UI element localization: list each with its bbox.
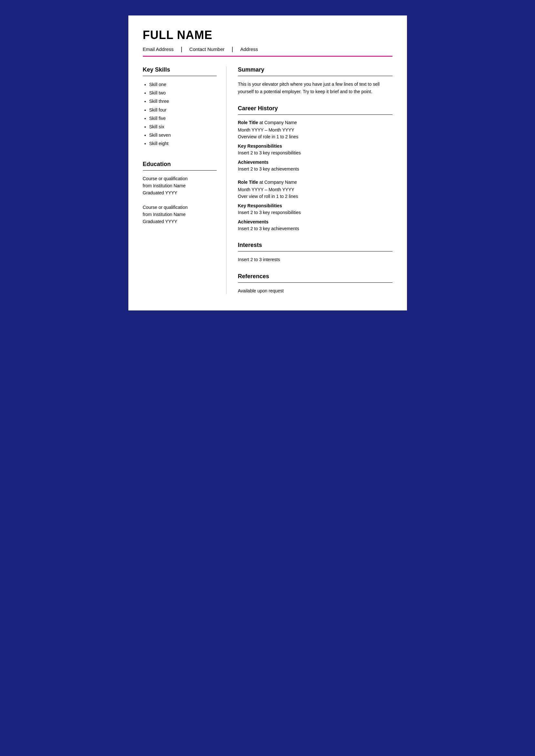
references-section: References Available upon request <box>238 273 392 294</box>
education-section: Education Course or qualification from I… <box>143 161 217 225</box>
body-section: Key Skills Skill one Skill two Skill thr… <box>143 67 392 294</box>
job-date-1: Month YYYY – Month YYYY <box>238 127 392 133</box>
job-achievements-heading-1: Achievements <box>238 160 392 165</box>
skills-heading: Key Skills <box>143 67 217 73</box>
interests-divider <box>238 251 392 252</box>
skill-item-2: Skill two <box>149 89 217 97</box>
left-column: Key Skills Skill one Skill two Skill thr… <box>143 67 227 294</box>
career-section: Career History Role Title at Company Nam… <box>238 105 392 232</box>
education-divider <box>143 170 217 171</box>
edu-line1-2: Course or qualification <box>143 205 188 210</box>
job-company-2: at Company Name <box>258 179 297 185</box>
job-achievements-text-1: Insert 2 to 3 key achievements <box>238 166 392 173</box>
edu-line3-1: Graduated YYYY <box>143 190 177 195</box>
job-title-1: Role Title <box>238 120 258 125</box>
skills-list: Skill one Skill two Skill three Skill fo… <box>143 81 217 148</box>
summary-heading: Summary <box>238 67 392 73</box>
job-title-line-2: Role Title at Company Name <box>238 179 392 186</box>
skill-item-5: Skill five <box>149 115 217 122</box>
job-date-2: Month YYYY – Month YYYY <box>238 186 392 193</box>
edu-entry-1: Course or qualification from Institution… <box>143 175 217 197</box>
edu-line1-1: Course or qualification <box>143 176 188 181</box>
job-entry-2: Role Title at Company Name Month YYYY – … <box>238 179 392 232</box>
skill-item-3: Skill three <box>149 97 217 105</box>
skills-divider <box>143 76 217 76</box>
career-divider <box>238 115 392 115</box>
references-heading: References <box>238 273 392 280</box>
edu-entry-2: Course or qualification from Institution… <box>143 204 217 225</box>
references-text: Available upon request <box>238 287 392 294</box>
skill-item-8: Skill eight <box>149 140 217 148</box>
edu-line2-1: from Institution Name <box>143 183 186 188</box>
edu-line3-2: Graduated YYYY <box>143 219 177 224</box>
full-name: FULL NAME <box>143 28 392 42</box>
interests-heading: Interests <box>238 242 392 249</box>
job-responsibilities-heading-2: Key Responsibilities <box>238 203 392 208</box>
summary-divider <box>238 76 392 76</box>
address-label: Address <box>233 46 265 52</box>
job-responsibilities-text-1: Insert 2 to 3 key responsibilities <box>238 149 392 156</box>
job-responsibilities-heading-1: Key Responsibilities <box>238 144 392 148</box>
summary-text: This is your elevator pitch where you ha… <box>238 81 392 95</box>
job-overview-2: Over view of roll in 1 to 2 lines <box>238 193 392 200</box>
job-achievements-text-2: Insert 2 to 3 key achievements <box>238 225 392 232</box>
contact-bar: Email Address | Contact Number | Address <box>143 46 392 53</box>
education-heading: Education <box>143 161 217 168</box>
right-column: Summary This is your elevator pitch wher… <box>227 67 392 294</box>
skill-item-1: Skill one <box>149 81 217 89</box>
resume-page: FULL NAME Email Address | Contact Number… <box>128 15 407 310</box>
job-title-2: Role Title <box>238 179 258 185</box>
job-entry-1: Role Title at Company Name Month YYYY – … <box>238 119 392 173</box>
skill-item-6: Skill six <box>149 123 217 131</box>
header-divider <box>143 56 392 57</box>
references-divider <box>238 283 392 283</box>
skills-section: Key Skills Skill one Skill two Skill thr… <box>143 67 217 148</box>
job-overview-1: Overview of role in 1 to 2 lines <box>238 133 392 140</box>
resume-header: FULL NAME Email Address | Contact Number… <box>143 28 392 57</box>
skill-item-7: Skill seven <box>149 131 217 139</box>
interests-section: Interests Insert 2 to 3 interests <box>238 242 392 263</box>
email-label: Email Address <box>143 46 181 52</box>
interests-text: Insert 2 to 3 interests <box>238 256 392 263</box>
job-title-line-1: Role Title at Company Name <box>238 119 392 126</box>
job-achievements-heading-2: Achievements <box>238 219 392 224</box>
resume-wrapper: FULL NAME Email Address | Contact Number… <box>123 10 413 316</box>
job-responsibilities-text-2: Insert 2 to 3 key responsibilities <box>238 209 392 216</box>
summary-section: Summary This is your elevator pitch wher… <box>238 67 392 95</box>
skill-item-4: Skill four <box>149 106 217 114</box>
edu-line2-2: from Institution Name <box>143 212 186 217</box>
career-heading: Career History <box>238 105 392 112</box>
job-company-1: at Company Name <box>258 120 297 125</box>
contact-label: Contact Number <box>182 46 232 52</box>
